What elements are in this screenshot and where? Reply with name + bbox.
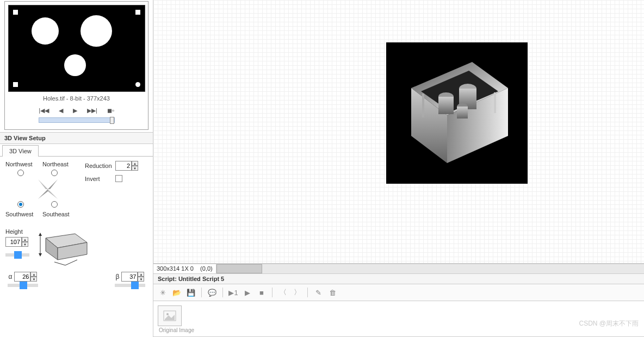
reduction-input[interactable] xyxy=(115,161,132,171)
svg-rect-22 xyxy=(422,93,424,117)
next-step-icon[interactable]: 〉 xyxy=(291,286,303,298)
tab-3d-view[interactable]: 3D View xyxy=(2,145,39,157)
preview-panel: Holes.tif - 8-bit - 377x243 |◀◀ ◀ ▶ ▶▶| … xyxy=(4,1,148,130)
image-placeholder-icon xyxy=(163,310,176,321)
svg-line-10 xyxy=(54,262,65,265)
open-icon[interactable]: 📂 xyxy=(171,286,183,298)
svg-rect-21 xyxy=(457,107,468,118)
prev-icon[interactable]: ◀ xyxy=(59,107,63,114)
label-southwest: Southwest xyxy=(5,211,33,217)
svg-marker-8 xyxy=(39,233,42,236)
beta-down[interactable]: ▼ xyxy=(138,277,144,282)
svg-marker-3 xyxy=(38,189,48,199)
section-title: 3D View Setup xyxy=(0,132,153,144)
cube-illustration-icon xyxy=(33,228,92,266)
alpha-up[interactable]: ▲ xyxy=(30,272,37,277)
svg-rect-23 xyxy=(494,92,496,113)
watermark: CSDN @周末不下雨 xyxy=(579,319,639,328)
invert-label: Invert xyxy=(85,176,112,182)
preview-caption: Holes.tif - 8-bit - 377x243 xyxy=(8,95,145,102)
svg-marker-1 xyxy=(48,179,58,189)
prev-step-icon[interactable]: 〈 xyxy=(277,286,289,298)
playback-controls: |◀◀ ◀ ▶ ▶▶| ◼▫ xyxy=(8,107,145,114)
play-script-icon[interactable]: ▶ xyxy=(242,286,253,298)
height-down[interactable]: ▼ xyxy=(22,242,28,247)
reduction-up[interactable]: ▲ xyxy=(132,161,138,166)
svg-marker-2 xyxy=(48,189,58,199)
stop-icon[interactable]: ■ xyxy=(256,286,268,298)
label-northwest: Northwest xyxy=(5,161,33,167)
edit-icon[interactable]: ✎ xyxy=(312,286,324,298)
loop-icon[interactable]: ◼▫ xyxy=(107,107,114,114)
thumbnail-label: Original Image xyxy=(159,327,641,333)
radio-southeast[interactable] xyxy=(51,201,58,208)
radio-northwest[interactable] xyxy=(17,170,24,176)
last-icon[interactable]: ▶▶| xyxy=(87,107,97,114)
direction-selector: Northwest Northeast Southwest Southeast xyxy=(5,161,82,221)
play-icon[interactable]: ▶ xyxy=(73,107,77,114)
height-up[interactable]: ▲ xyxy=(22,237,28,242)
status-info: 300x314 1X 0 (0,0) xyxy=(153,264,216,273)
alpha-down[interactable]: ▼ xyxy=(30,277,37,282)
new-icon[interactable]: ✳ xyxy=(157,286,169,298)
comment-icon[interactable]: 💬 xyxy=(206,286,218,298)
alpha-input[interactable] xyxy=(14,272,30,282)
script-toolbar: ✳ 📂 💾 💬 ▶1 ▶ ■ 〈 〉 ✎ 🗑 xyxy=(153,284,644,301)
height-slider[interactable] xyxy=(5,253,29,257)
delete-icon[interactable]: 🗑 xyxy=(326,286,338,298)
render-output xyxy=(386,42,528,184)
direction-star-icon xyxy=(32,173,64,205)
horizontal-scrollbar[interactable] xyxy=(216,264,644,273)
height-input[interactable] xyxy=(5,237,22,247)
beta-input[interactable] xyxy=(121,272,138,282)
reduction-down[interactable]: ▼ xyxy=(132,166,138,171)
preview-image xyxy=(8,5,145,92)
run-icon[interactable]: ▶1 xyxy=(227,286,239,298)
beta-up[interactable]: ▲ xyxy=(138,272,144,277)
svg-point-25 xyxy=(166,313,169,315)
playback-slider[interactable] xyxy=(39,117,115,123)
radio-southwest[interactable] xyxy=(17,201,24,208)
beta-slider[interactable] xyxy=(115,284,145,287)
save-icon[interactable]: 💾 xyxy=(185,286,197,298)
height-label: Height xyxy=(5,228,29,235)
reduction-label: Reduction xyxy=(85,163,112,169)
svg-line-11 xyxy=(65,260,77,265)
label-southeast: Southeast xyxy=(42,211,70,217)
alpha-label: α xyxy=(9,273,13,280)
thumbnail-area: Original Image xyxy=(153,301,644,337)
alpha-slider[interactable] xyxy=(8,284,38,287)
thumbnail-original[interactable] xyxy=(158,305,182,326)
invert-checkbox[interactable] xyxy=(115,175,122,182)
script-title: Script: Untitled Script 5 xyxy=(153,273,644,284)
svg-marker-9 xyxy=(39,253,42,257)
svg-marker-0 xyxy=(38,179,48,189)
first-icon[interactable]: |◀◀ xyxy=(39,107,49,114)
svg-rect-17 xyxy=(438,97,454,114)
beta-label: β xyxy=(116,273,120,280)
label-northeast: Northeast xyxy=(42,161,69,167)
canvas-area[interactable] xyxy=(153,0,644,264)
